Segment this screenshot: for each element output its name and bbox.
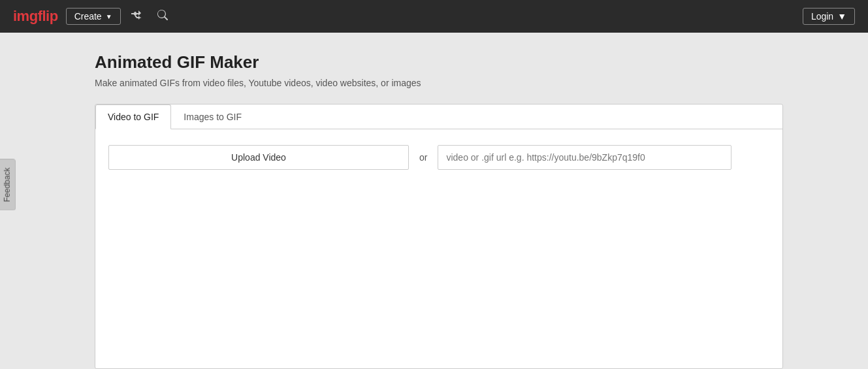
feedback-label: Feedback bbox=[3, 167, 12, 202]
tabs-container: Video to GIF Images to GIF Upload Video … bbox=[95, 104, 783, 369]
login-button[interactable]: Login ▼ bbox=[803, 8, 855, 25]
header-icons bbox=[129, 7, 170, 25]
tab-video-to-gif[interactable]: Video to GIF bbox=[95, 104, 171, 129]
upload-row: Upload Video or bbox=[108, 145, 769, 170]
header: imgflip Create ▼ Login ▼ bbox=[0, 0, 868, 33]
login-caret: ▼ bbox=[837, 11, 846, 22]
page-title: Animated GIF Maker bbox=[95, 52, 783, 72]
page-subtitle: Make animated GIFs from video files, You… bbox=[95, 78, 783, 88]
header-left: imgflip Create ▼ bbox=[13, 7, 170, 25]
logo: imgflip bbox=[13, 8, 58, 25]
header-right: Login ▼ bbox=[803, 8, 855, 25]
login-label: Login bbox=[811, 11, 833, 22]
or-separator: or bbox=[419, 152, 427, 163]
tab-video-to-gif-content: Upload Video or bbox=[95, 129, 782, 368]
create-button[interactable]: Create ▼ bbox=[66, 8, 121, 25]
create-caret: ▼ bbox=[106, 13, 112, 20]
main-content: Animated GIF Maker Make animated GIFs fr… bbox=[0, 33, 868, 369]
create-label: Create bbox=[74, 11, 102, 22]
content-area bbox=[108, 183, 769, 353]
logo-text: img bbox=[13, 8, 38, 24]
tab-images-to-gif[interactable]: Images to GIF bbox=[171, 104, 254, 129]
logo-accent: flip bbox=[38, 8, 58, 24]
feedback-tab[interactable]: Feedback bbox=[0, 159, 16, 210]
tabs-header: Video to GIF Images to GIF bbox=[95, 104, 782, 129]
shuffle-icon[interactable] bbox=[129, 8, 146, 25]
url-input[interactable] bbox=[438, 145, 731, 170]
upload-video-button[interactable]: Upload Video bbox=[108, 145, 409, 170]
search-icon[interactable] bbox=[155, 7, 170, 25]
